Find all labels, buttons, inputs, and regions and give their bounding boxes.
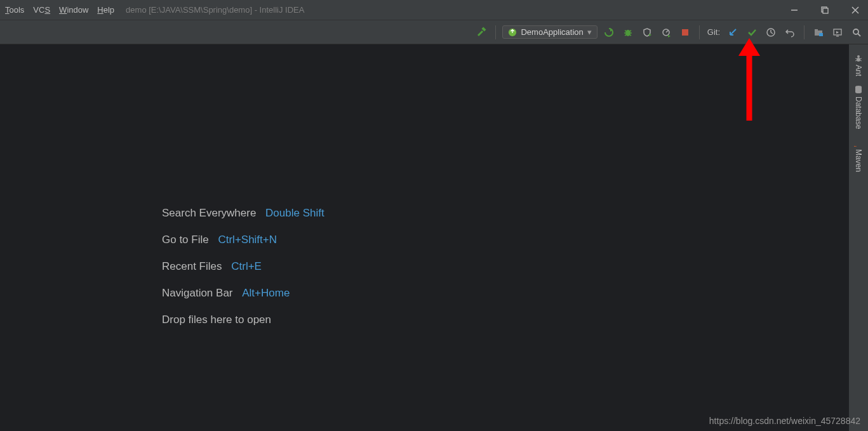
update-arrow-icon bbox=[728, 27, 738, 37]
monitor-icon bbox=[832, 27, 843, 37]
play-icon bbox=[604, 27, 614, 37]
svg-rect-5 bbox=[482, 27, 486, 31]
maximize-icon bbox=[821, 6, 829, 14]
hint-label: Drop files here to open bbox=[162, 314, 271, 326]
svg-line-30 bbox=[858, 34, 860, 36]
hint-go-to-file: Go to File Ctrl+Shift+N bbox=[162, 234, 324, 246]
tool-window-ant[interactable]: Ant bbox=[854, 53, 863, 76]
svg-point-29 bbox=[853, 29, 858, 34]
svg-line-14 bbox=[630, 35, 631, 36]
folder-structure-icon bbox=[813, 27, 824, 37]
quick-actions-panel: Search Everywhere Double Shift Go to Fil… bbox=[162, 207, 324, 326]
svg-marker-18 bbox=[668, 35, 671, 37]
run-button[interactable] bbox=[601, 25, 617, 40]
menu-tools-label: ools bbox=[10, 5, 25, 15]
main-menu: Tools VCS Window Help bbox=[5, 5, 114, 15]
maximize-button[interactable] bbox=[817, 3, 832, 18]
hammer-icon bbox=[476, 27, 487, 38]
chevron-down-icon: ▾ bbox=[587, 27, 592, 37]
svg-line-12 bbox=[630, 30, 631, 31]
search-everywhere-button[interactable] bbox=[849, 25, 864, 40]
coverage-button[interactable] bbox=[639, 25, 655, 40]
svg-point-31 bbox=[857, 55, 860, 58]
project-structure-button[interactable] bbox=[811, 25, 826, 40]
bug-icon bbox=[623, 27, 633, 37]
settings-button[interactable] bbox=[830, 25, 845, 40]
tool-window-ant-label: Ant bbox=[854, 65, 863, 76]
svg-line-34 bbox=[860, 58, 862, 59]
svg-line-17 bbox=[666, 30, 668, 32]
main-toolbar: DemoApplication ▾ Git: bbox=[0, 20, 868, 44]
svg-rect-2 bbox=[823, 8, 828, 13]
tool-window-database[interactable]: Database bbox=[854, 85, 863, 129]
menu-window[interactable]: Window bbox=[59, 5, 88, 15]
hint-label: Search Everywhere bbox=[162, 207, 256, 219]
hint-shortcut: Ctrl+Shift+N bbox=[218, 234, 277, 246]
minimize-icon bbox=[791, 6, 798, 14]
run-config-selector[interactable]: DemoApplication ▾ bbox=[502, 25, 597, 39]
toolbar-separator bbox=[495, 25, 496, 39]
hint-label: Go to File bbox=[162, 234, 209, 246]
search-icon bbox=[851, 27, 862, 37]
svg-line-13 bbox=[625, 35, 626, 36]
menu-vcs[interactable]: VCS bbox=[33, 5, 50, 15]
tool-window-database-label: Database bbox=[854, 96, 863, 129]
hint-shortcut: Alt+Home bbox=[242, 287, 290, 299]
hint-label: Recent Files bbox=[162, 260, 222, 272]
hint-label: Navigation Bar bbox=[162, 287, 233, 299]
vcs-commit-button[interactable] bbox=[744, 25, 759, 40]
database-icon bbox=[854, 85, 863, 94]
right-tool-strip: Ant Database m Maven bbox=[849, 44, 868, 431]
vcs-rollback-button[interactable] bbox=[782, 25, 798, 40]
run-config-label: DemoApplication bbox=[521, 27, 583, 37]
profile-button[interactable] bbox=[658, 25, 674, 40]
toolbar-separator bbox=[804, 25, 805, 39]
svg-line-36 bbox=[860, 60, 862, 61]
svg-line-35 bbox=[855, 60, 857, 61]
stop-button[interactable] bbox=[678, 25, 693, 40]
vcs-update-button[interactable] bbox=[725, 25, 740, 40]
hint-drop-files: Drop files here to open bbox=[162, 314, 324, 326]
window-title: demo [E:\JAVA\SSM\Spring\demo] - Intelli… bbox=[126, 5, 304, 15]
watermark-text: https://blog.csdn.net/weixin_45728842 bbox=[709, 416, 860, 426]
build-button[interactable] bbox=[474, 25, 489, 40]
hint-search-everywhere: Search Everywhere Double Shift bbox=[162, 207, 324, 220]
tool-window-maven[interactable]: m Maven bbox=[854, 138, 863, 172]
maven-icon: m bbox=[854, 138, 863, 147]
minimize-button[interactable] bbox=[787, 3, 802, 18]
ant-icon bbox=[854, 53, 863, 62]
git-label: Git: bbox=[707, 27, 720, 37]
menu-help[interactable]: Help bbox=[97, 5, 114, 15]
editor-empty-state: Search Everywhere Double Shift Go to Fil… bbox=[0, 44, 849, 431]
svg-point-32 bbox=[857, 58, 860, 62]
toolbar-separator bbox=[699, 25, 700, 39]
svg-rect-24 bbox=[815, 29, 818, 31]
svg-line-11 bbox=[625, 30, 626, 31]
menu-tools[interactable]: Tools bbox=[5, 5, 24, 15]
close-icon bbox=[851, 6, 859, 14]
svg-line-33 bbox=[855, 58, 857, 59]
svg-text:m: m bbox=[854, 145, 859, 147]
svg-line-22 bbox=[771, 32, 773, 34]
checkmark-icon bbox=[747, 27, 757, 37]
hint-shortcut: Double Shift bbox=[265, 207, 324, 219]
vcs-history-button[interactable] bbox=[763, 25, 778, 40]
debug-button[interactable] bbox=[620, 25, 636, 40]
hint-shortcut: Ctrl+E bbox=[231, 260, 262, 272]
tool-window-maven-label: Maven bbox=[854, 149, 863, 172]
hint-recent-files: Recent Files Ctrl+E bbox=[162, 260, 324, 273]
svg-marker-28 bbox=[836, 31, 839, 34]
title-bar: Tools VCS Window Help demo [E:\JAVA\SSM\… bbox=[0, 0, 868, 20]
stop-icon bbox=[681, 28, 690, 37]
undo-icon bbox=[785, 27, 795, 37]
spring-boot-icon bbox=[508, 28, 517, 37]
hint-navigation-bar: Navigation Bar Alt+Home bbox=[162, 287, 324, 300]
clock-icon bbox=[766, 27, 776, 37]
close-button[interactable] bbox=[848, 3, 863, 18]
window-controls bbox=[787, 3, 863, 18]
svg-rect-19 bbox=[682, 29, 688, 36]
svg-rect-25 bbox=[819, 33, 823, 36]
shield-icon bbox=[642, 27, 652, 37]
profiler-icon bbox=[661, 27, 671, 37]
